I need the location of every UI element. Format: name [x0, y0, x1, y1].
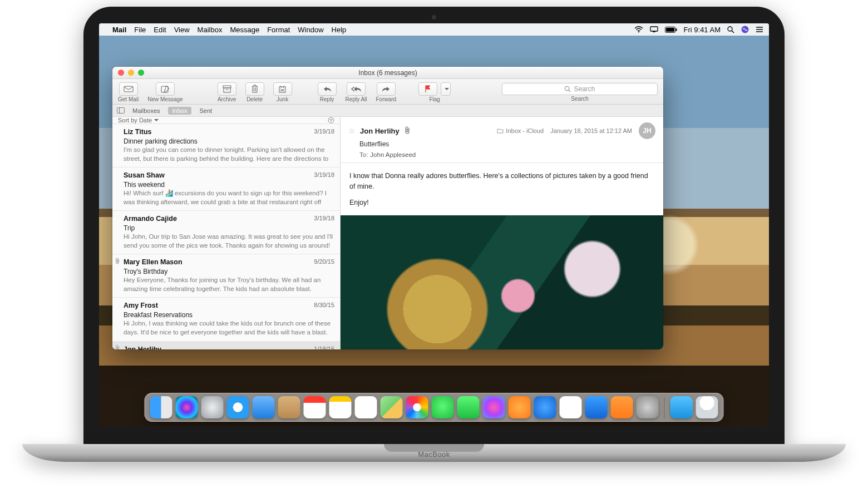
dock-ibooks-icon[interactable] — [509, 396, 531, 418]
favbar-sent[interactable]: Sent — [195, 107, 216, 115]
siri-icon[interactable] — [741, 26, 749, 33]
menu-file[interactable]: File — [134, 26, 146, 34]
mail-window: Inbox (6 messages) Get Mail New Message … — [112, 67, 663, 349]
message-date: 3/19/18 — [314, 171, 334, 179]
favbar-inbox[interactable]: Inbox — [168, 107, 192, 115]
dock-trash-icon[interactable] — [696, 396, 718, 418]
dock-preferences-icon[interactable] — [637, 396, 659, 418]
forward-button[interactable] — [377, 82, 396, 96]
archive-button[interactable] — [218, 82, 236, 96]
laptop-base: MacBook — [22, 444, 846, 462]
dock-facetime-icon[interactable] — [457, 396, 480, 418]
message-subject: Dinner parking directions — [124, 137, 334, 146]
airplay-icon[interactable] — [650, 26, 658, 33]
message-item[interactable]: Amy Frost8/30/15Breakfast ReservationsHi… — [112, 298, 340, 341]
message-preview: Hi John, Our trip to San Jose was amazin… — [124, 233, 334, 250]
message-preview: Hey Everyone, Thanks for joining us for … — [124, 276, 334, 293]
new-message-button[interactable] — [156, 82, 175, 96]
junk-button[interactable] — [273, 82, 292, 96]
message-item[interactable]: Armando Cajide3/19/18TripHi John, Our tr… — [112, 211, 340, 254]
svg-rect-13 — [223, 86, 231, 88]
wifi-icon[interactable] — [634, 26, 643, 33]
reader-header: ☆ Jon Herlihy Inbox - iCloud January — [341, 117, 663, 163]
spotlight-icon[interactable] — [727, 26, 734, 33]
delete-label: Delete — [246, 96, 263, 102]
dock-itunes-icon[interactable] — [483, 396, 505, 418]
message-sender: Susan Shaw — [124, 171, 334, 180]
attachment-icon — [115, 258, 120, 267]
dock-mail-icon[interactable] — [253, 396, 275, 418]
svg-rect-3 — [666, 28, 674, 32]
message-subject: Breakfast Reservations — [124, 310, 334, 319]
sender-avatar: JH — [639, 122, 655, 139]
message-item[interactable]: Susan Shaw3/19/18This weekendHi! Which s… — [112, 167, 340, 211]
search-placeholder: Search — [574, 85, 595, 93]
menu-window[interactable]: Window — [298, 26, 323, 34]
forward-label: Forward — [376, 96, 397, 102]
dock-downloads-icon[interactable] — [670, 396, 693, 418]
dock-keynote-icon[interactable] — [585, 396, 608, 418]
dock-messages-icon[interactable] — [432, 396, 454, 418]
dock-numbers-icon[interactable] — [560, 396, 582, 418]
reply-all-button[interactable] — [347, 82, 366, 96]
menubar-clock[interactable]: Fri 9:41 AM — [684, 26, 721, 34]
svg-point-0 — [638, 32, 639, 33]
window-titlebar[interactable]: Inbox (6 messages) — [112, 67, 663, 79]
dock-calendar-icon[interactable] — [304, 396, 326, 418]
dock-reminders-icon[interactable] — [355, 396, 377, 418]
dock-pages-icon[interactable] — [611, 396, 633, 418]
message-item[interactable]: Liz Titus3/19/18Dinner parking direction… — [112, 124, 340, 167]
notification-center-icon[interactable] — [756, 26, 763, 33]
menu-format[interactable]: Format — [267, 26, 290, 34]
sort-label[interactable]: Sort by Date — [118, 117, 159, 124]
svg-point-5 — [728, 27, 732, 31]
attachment-icon — [404, 126, 411, 136]
search-input[interactable]: Search — [502, 83, 658, 95]
get-mail-button[interactable] — [119, 82, 138, 96]
dock-launchpad-icon[interactable] — [201, 396, 224, 418]
message-sender: Mary Ellen Mason — [124, 258, 334, 267]
filter-icon[interactable] — [328, 117, 334, 124]
message-date: 1/18/15 — [314, 345, 334, 349]
message-sender: Jon Herlihy — [124, 345, 334, 349]
message-item[interactable]: Jon Herlihy1/18/15ButterfliesI know that… — [112, 342, 340, 349]
message-date: 9/20/15 — [314, 258, 334, 266]
menu-edit[interactable]: Edit — [154, 26, 166, 34]
dock-appstore-icon[interactable] — [534, 396, 556, 418]
sort-bar[interactable]: Sort by Date — [112, 117, 340, 124]
svg-point-23 — [565, 86, 569, 90]
flag-menu-button[interactable] — [441, 82, 451, 96]
message-date: 3/19/18 — [314, 214, 334, 223]
archive-label: Archive — [218, 96, 236, 102]
delete-button[interactable] — [245, 82, 264, 96]
reply-button[interactable] — [318, 82, 337, 96]
attachment-icon — [115, 345, 120, 349]
reader-body-line1: I know that Donna really adores butterfl… — [349, 171, 654, 192]
menu-message[interactable]: Message — [230, 26, 259, 34]
battery-icon[interactable] — [665, 27, 677, 33]
dock-siri-icon[interactable] — [176, 396, 198, 418]
menu-help[interactable]: Help — [332, 26, 347, 34]
svg-rect-14 — [224, 88, 230, 92]
svg-rect-25 — [117, 108, 125, 114]
dock-notes-icon[interactable] — [329, 396, 352, 418]
toolbar: Get Mail New Message Archive Delete — [112, 79, 663, 105]
dock-photos-icon[interactable] — [406, 396, 428, 418]
message-sender: Armando Cajide — [124, 214, 334, 224]
favbar-mailboxes[interactable]: Mailboxes — [128, 107, 165, 115]
reader-subject: Butterflies — [359, 140, 655, 148]
menu-view[interactable]: View — [174, 26, 190, 34]
flag-button[interactable] — [418, 82, 437, 96]
dock — [145, 393, 724, 422]
dock-maps-icon[interactable] — [381, 396, 403, 418]
reader-attachment-image[interactable] — [341, 215, 663, 349]
menu-mailbox[interactable]: Mailbox — [198, 26, 223, 34]
star-icon[interactable]: ☆ — [348, 126, 356, 135]
dock-finder-icon[interactable] — [150, 396, 172, 418]
screen: Mail File Edit View Mailbox Message Form… — [99, 23, 769, 426]
dock-safari-icon[interactable] — [227, 396, 249, 418]
message-item[interactable]: Mary Ellen Mason9/20/15Troy's BirthdayHe… — [112, 254, 340, 298]
menubar-app-name[interactable]: Mail — [112, 26, 126, 34]
sidebar-toggle-icon[interactable] — [117, 107, 125, 114]
dock-contacts-icon[interactable] — [278, 396, 300, 418]
